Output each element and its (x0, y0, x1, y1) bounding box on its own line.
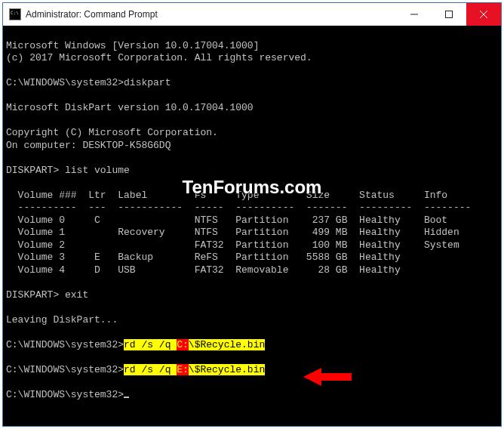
prompt-line: C:\WINDOWS\system32>diskpart (6, 77, 171, 88)
minimize-button[interactable] (397, 3, 432, 26)
diskpart-prompt: DISKPART> exit (6, 289, 88, 301)
close-button[interactable] (466, 3, 501, 26)
table-row: Volume 0 C NTFS Partition 237 GB Healthy… (6, 214, 447, 226)
highlighted-drive: E: (177, 364, 189, 375)
command-prompt-window: Administrator: Command Prompt Microsoft … (2, 2, 502, 427)
prompt-line: C:\WINDOWS\system32>rd /s /q E:\$Recycle… (6, 364, 265, 375)
table-row: Volume 3 E Backup ReFS Partition 5588 GB… (6, 252, 401, 263)
highlighted-command: rd /s /q E:\$Recycle.bin (124, 364, 265, 375)
output-line: Leaving DiskPart... (6, 314, 118, 326)
titlebar[interactable]: Administrator: Command Prompt (3, 3, 501, 26)
output-line: On computer: DESKTOP-K58G6DQ (6, 140, 171, 151)
table-row: Volume 2 FAT32 Partition 100 MB Healthy … (6, 239, 459, 251)
highlighted-drive: C: (177, 339, 189, 350)
table-row: Volume 1 Recovery NTFS Partition 499 MB … (6, 227, 459, 238)
table-row: Volume 4 D USB FAT32 Removable 28 GB Hea… (6, 264, 401, 276)
window-title: Administrator: Command Prompt (26, 9, 158, 20)
app-icon (9, 8, 21, 20)
maximize-icon (445, 11, 453, 18)
highlighted-command: rd /s /q C:\$Recycle.bin (124, 339, 265, 350)
output-line: Microsoft DiskPart version 10.0.17004.10… (6, 102, 254, 113)
svg-marker-4 (303, 368, 352, 386)
close-icon (480, 11, 487, 18)
minimize-icon (410, 11, 418, 18)
svg-rect-1 (446, 11, 453, 18)
table-divider: ---------- --- ----------- ----- -------… (6, 202, 471, 213)
cursor (124, 397, 129, 398)
annotation-arrow-icon (303, 366, 356, 388)
maximize-button[interactable] (432, 3, 466, 26)
output-line: Copyright (C) Microsoft Corporation. (6, 127, 218, 138)
table-header: Volume ### Ltr Label Fs Type Size Status… (6, 190, 447, 201)
output-line: (c) 2017 Microsoft Corporation. All righ… (6, 52, 312, 63)
prompt-line: C:\WINDOWS\system32> (6, 389, 129, 400)
prompt-line: C:\WINDOWS\system32>rd /s /q C:\$Recycle… (6, 339, 265, 350)
terminal-output[interactable]: Microsoft Windows [Version 10.0.17004.10… (3, 26, 501, 426)
diskpart-prompt: DISKPART> list volume (6, 165, 130, 176)
output-line: Microsoft Windows [Version 10.0.17004.10… (6, 40, 259, 51)
